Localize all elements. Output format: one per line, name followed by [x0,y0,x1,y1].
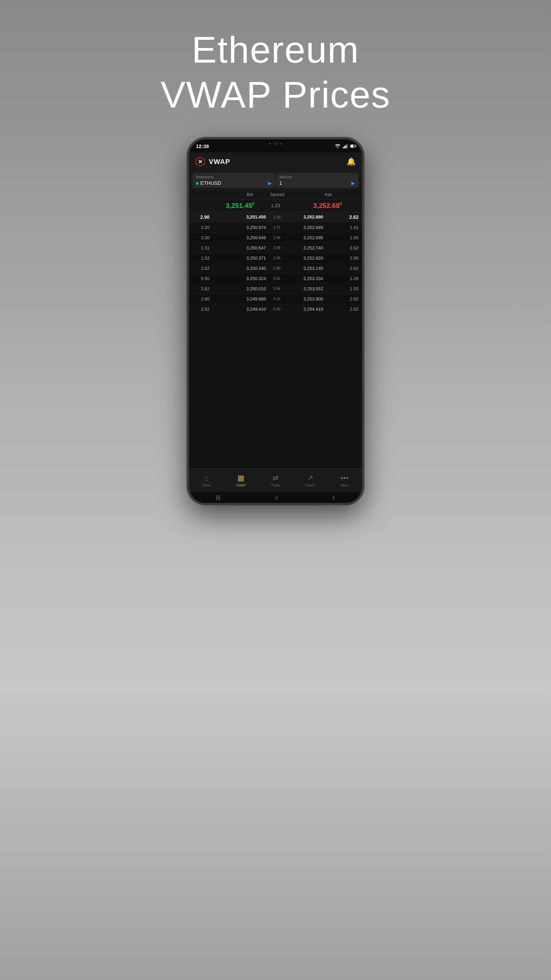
speaker [269,143,271,145]
bid-price-cell: 3,250.324 [210,276,269,281]
signal-icon [343,143,348,148]
bid-qty-cell: 2.20 [192,225,210,230]
nav-item-vwap[interactable]: ▦ VWAP [224,474,259,487]
charts-nav-icon: ↗ [307,474,313,482]
trade-nav-label: Trade [271,484,280,487]
spread-cell: 2.45 [269,256,285,260]
battery-icon [350,145,355,148]
recents-button[interactable]: ||| [216,495,220,501]
svg-rect-2 [346,145,346,148]
ask-qty-cell: 1.00 [341,235,359,240]
spread-cell: 3.54 [269,286,285,291]
spread-cell: 2.80 [269,266,285,270]
table-row[interactable]: 2.20 3,250.974 1.71 3,252.689 1.41 [189,223,362,233]
system-bar: ||| ○ ‹ [189,492,362,503]
svg-rect-3 [347,144,348,148]
ask-qty-cell: 2.62 [341,296,359,301]
amount-label: Amount [279,175,355,179]
page-title-block: Ethereum VWAP Prices [160,0,391,117]
bid-price-cell: 3,249.410 [210,307,269,312]
bid-qty-cell: 2.62 [192,266,210,271]
vwap-nav-icon: ▦ [237,474,245,482]
bell-icon[interactable]: 🔔 [346,157,356,166]
page-title: Ethereum VWAP Prices [160,27,391,117]
nav-item-home[interactable]: ⌂ Home [189,474,224,487]
highlight-ask: 3,252.680 [293,202,359,210]
app-title: VWAP [209,158,230,166]
status-time: 12:38 [196,143,209,149]
ask-qty-cell: 2.62 [341,215,359,220]
bid-price-cell: 3,250.649 [210,235,269,240]
table-row[interactable]: 2.62 3,249.410 5.00 3,254.410 2.62 [189,304,362,314]
amount-value[interactable]: 1 ▶ [279,180,355,186]
table-row[interactable]: 2.90 3,249.680 4.22 3,253.900 2.62 [189,294,362,304]
bid-price-cell: 3,250.010 [210,286,269,291]
instrument-value[interactable]: ETHUSD ▶ [196,180,272,186]
home-nav-icon: ⌂ [204,474,208,482]
svg-rect-0 [343,147,344,148]
trade-nav-icon: ⇄ [272,474,279,482]
spread-cell: 3.01 [269,276,285,280]
instrument-selector[interactable]: Instrument ETHUSD ▶ [192,173,275,188]
price-highlight-row: 3,251.450 1.23 3,252.680 [189,199,362,212]
ask-qty-cell: 1.53 [341,286,359,291]
ask-price-cell: 3,252.680 [285,215,341,220]
bid-qty-cell: 5.50 [192,276,210,281]
speaker2 [280,143,282,145]
nav-item-more[interactable]: ••• More [327,474,362,487]
table-row[interactable]: 2.90 3,251.450 1.23 3,252.680 2.62 [189,212,362,223]
ask-qty-cell: 1.28 [341,276,359,281]
ask-qty-cell: 2.62 [341,245,359,250]
table-row[interactable]: 3.30 3,250.649 2.04 3,252.690 1.00 [189,233,362,243]
table-row[interactable]: 5.50 3,250.324 3.01 3,253.334 1.28 [189,274,362,284]
wifi-icon [335,143,341,148]
bid-price-cell: 3,251.450 [210,215,269,220]
bid-price-cell: 3,250.647 [210,245,269,250]
table-row[interactable]: 2.62 3,250.010 3.54 3,253.552 1.53 [189,284,362,294]
charts-nav-label: Charts [305,484,315,487]
ask-price-cell: 3,253.900 [285,296,341,301]
app-screen: ✕ VWAP 🔔 Instrument ETHUSD ▶ Amount 1 ▶ [189,153,362,503]
header-spread: Spread [260,192,295,197]
back-button[interactable]: ‹ [332,493,335,502]
nav-item-charts[interactable]: ↗ Charts [293,474,327,487]
instrument-label: Instrument [196,175,272,179]
table-row[interactable]: 1.53 3,250.371 2.45 3,252.820 2.90 [189,253,362,263]
nav-item-trade[interactable]: ⇄ Trade [258,474,293,487]
bid-price-cell: 3,250.371 [210,256,269,261]
bid-qty-cell: 2.62 [192,286,210,291]
home-nav-label: Home [202,484,211,487]
controls-row: Instrument ETHUSD ▶ Amount 1 ▶ [189,171,362,190]
header-bid: Bid [192,192,260,197]
bid-qty-cell: 2.90 [192,296,210,301]
status-icons [335,143,355,148]
svg-text:✕: ✕ [198,159,202,165]
ask-price-cell: 3,254.410 [285,307,341,312]
bid-qty-cell: 2.90 [192,215,210,220]
instrument-status-dot [196,182,198,185]
ask-qty-cell: 2.62 [341,307,359,312]
more-nav-icon: ••• [341,474,349,482]
vwap-nav-label: VWAP [236,484,246,487]
ask-qty-cell: 2.62 [341,266,359,271]
bid-qty-cell: 1.31 [192,245,210,250]
ask-price-cell: 3,252.689 [285,225,341,230]
bid-price-cell: 3,250.974 [210,225,269,230]
ask-price-cell: 3,253.334 [285,276,341,281]
instrument-arrow-icon: ▶ [268,180,272,186]
ask-price-cell: 3,252.740 [285,245,341,250]
amount-selector[interactable]: Amount 1 ▶ [276,173,359,188]
spread-cell: 4.22 [269,297,285,301]
logo-icon: ✕ [195,156,205,167]
spread-cell: 2.09 [269,246,285,250]
ask-price-cell: 3,252.690 [285,235,341,240]
table-row[interactable]: 1.31 3,250.647 2.09 3,252.740 2.62 [189,243,362,253]
svg-rect-1 [344,146,345,148]
ask-qty-cell: 1.41 [341,225,359,230]
notch [255,140,296,148]
table-row[interactable]: 2.62 3,250.340 2.80 3,253.140 2.62 [189,263,362,274]
app-header: ✕ VWAP 🔔 [189,153,362,171]
more-nav-label: More [341,484,349,487]
home-button[interactable]: ○ [275,494,279,501]
bottom-nav: ⌂ Home ▦ VWAP ⇄ Trade ↗ Charts ••• More [189,468,362,492]
